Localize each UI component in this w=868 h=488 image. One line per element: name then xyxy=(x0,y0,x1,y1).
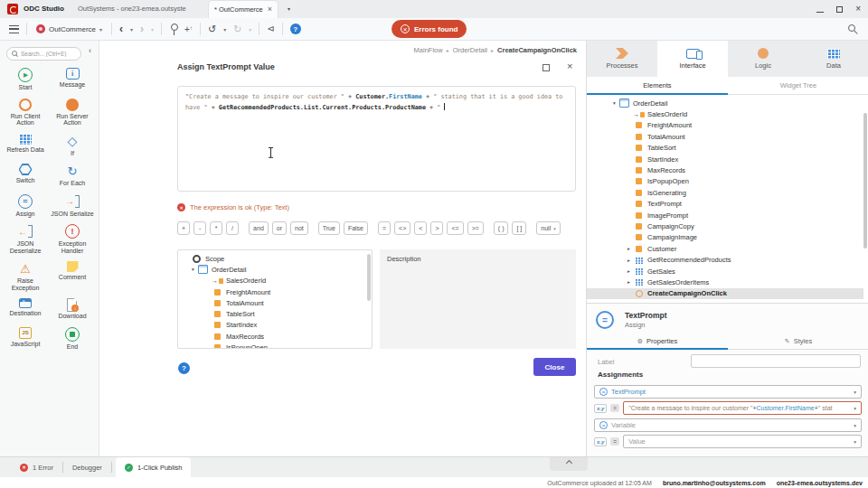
operator-button[interactable]: null xyxy=(536,221,560,235)
expand-arrow-icon[interactable]: ▸ xyxy=(625,268,633,274)
close-button[interactable]: Close xyxy=(533,358,576,376)
back-icon[interactable] xyxy=(119,23,123,34)
maximize-icon[interactable] xyxy=(836,6,843,13)
tree-item[interactable]: StartIndex xyxy=(587,154,863,164)
operator-button[interactable]: not xyxy=(290,221,308,235)
tree-item[interactable]: ▸ GetSalesOrderItems xyxy=(587,277,863,287)
scope-tree-item[interactable]: SalesOrderId xyxy=(178,276,372,286)
redo-history-caret-icon[interactable] xyxy=(249,26,251,33)
tab-processes[interactable]: Processes xyxy=(587,41,657,77)
tree-item[interactable]: TotalAmount xyxy=(587,131,863,142)
operator-button[interactable]: + xyxy=(177,221,190,235)
toolbox-item[interactable]: Run Server Action xyxy=(49,99,96,127)
tab-styles[interactable]: Styles xyxy=(728,333,868,349)
tree-scrollbar[interactable] xyxy=(863,113,867,249)
minimize-icon[interactable] xyxy=(816,6,824,13)
toolbox-item[interactable]: Switch xyxy=(2,164,49,187)
operator-button[interactable]: / xyxy=(226,221,239,235)
label-input[interactable] xyxy=(691,354,861,368)
toolbox-item[interactable]: If xyxy=(49,134,96,157)
toolbox-item[interactable]: Exception Handler xyxy=(49,224,96,254)
toolbox-item[interactable]: Start xyxy=(2,68,49,91)
toolbox-item[interactable]: For Each xyxy=(49,164,96,187)
expand-arrow-icon[interactable]: ▸ xyxy=(625,258,633,263)
tree-item[interactable]: FreightAmount xyxy=(587,120,863,131)
toolbox-item[interactable]: Refresh Data xyxy=(2,134,49,157)
value-placeholder-dropdown[interactable]: Value xyxy=(623,435,862,448)
feedback-icon[interactable] xyxy=(267,24,274,33)
tree-item[interactable]: IsGenerating xyxy=(587,187,863,198)
operator-button[interactable]: < xyxy=(414,221,427,235)
tree-item[interactable]: ▸ Customer xyxy=(587,243,863,254)
operator-button[interactable]: - xyxy=(193,221,206,235)
scope-tree-item[interactable]: StartIndex xyxy=(178,320,372,331)
operator-button[interactable]: [ ] xyxy=(512,221,526,235)
forward-history-caret-icon[interactable] xyxy=(151,26,154,33)
scope-scrollbar[interactable] xyxy=(367,254,371,301)
toolbox-item[interactable]: JavaScript xyxy=(2,327,49,351)
tree-item[interactable]: TextPrompt xyxy=(587,199,863,210)
one-click-publish-tab[interactable]: 1-Click Publish xyxy=(116,457,192,477)
scope-tree-item[interactable]: TotalAmount xyxy=(178,297,372,308)
expand-arrow-icon[interactable]: ▾ xyxy=(610,100,618,106)
operator-button[interactable]: >= xyxy=(467,221,484,235)
operator-button[interactable]: > xyxy=(430,221,443,235)
variable-placeholder-dropdown[interactable]: Variable xyxy=(594,418,862,432)
insert-icon[interactable] xyxy=(184,24,193,34)
tab-widget-tree[interactable]: Widget Tree xyxy=(728,77,868,94)
toolbox-item[interactable]: Run Client Action xyxy=(2,99,49,127)
tab-interface[interactable]: Interface xyxy=(657,41,728,77)
toolbox-item[interactable]: JSON Serialize xyxy=(49,194,96,218)
toolbox-item[interactable]: End xyxy=(49,327,96,351)
tree-item[interactable]: ▸ GetRecommendedProducts xyxy=(587,254,863,265)
tree-item[interactable]: CampaignCopy xyxy=(587,221,863,231)
tree-item[interactable]: CampaignImage xyxy=(587,232,863,243)
toolbox-item[interactable]: Destination xyxy=(2,298,49,320)
scope-tree-item[interactable]: FreightAmount xyxy=(178,286,372,297)
expand-arrow-icon[interactable]: ▾ xyxy=(189,267,197,272)
scope-tree-item[interactable]: IsPopupOpen xyxy=(178,342,372,349)
dialog-maximize-icon[interactable] xyxy=(542,64,550,71)
breadcrumb-item[interactable]: OrderDetail xyxy=(453,46,487,54)
tree-item[interactable]: CreateCampaignOnClick xyxy=(587,288,863,299)
expand-arrow-icon[interactable]: ▸ xyxy=(625,246,633,251)
operator-button[interactable]: ( ) xyxy=(494,221,509,235)
forward-icon[interactable] xyxy=(140,23,144,34)
operator-button[interactable]: True xyxy=(318,221,340,235)
breadcrumb-item[interactable]: MainFlow xyxy=(414,46,443,54)
operator-button[interactable]: or xyxy=(272,221,287,235)
tree-item[interactable]: ▸ GetSales xyxy=(587,266,863,277)
undo-history-caret-icon[interactable] xyxy=(223,26,226,33)
tab-elements[interactable]: Elements xyxy=(587,77,728,94)
tree-item[interactable]: IsPopupOpen xyxy=(587,176,863,187)
tab-properties[interactable]: Properties xyxy=(587,333,728,349)
tree-item[interactable]: TableSort xyxy=(587,143,863,154)
tab-logic[interactable]: Logic xyxy=(728,41,798,77)
breadcrumb-item-current[interactable]: CreateCampaignOnClick xyxy=(497,46,577,54)
tree-item[interactable]: SalesOrderId xyxy=(587,108,863,119)
tree-item[interactable]: ▾ OrderDetail xyxy=(587,98,863,108)
tab-data[interactable]: Data xyxy=(798,41,868,77)
menu-icon[interactable] xyxy=(9,25,19,33)
pin-icon[interactable] xyxy=(169,23,177,35)
scope-tree-item[interactable]: MaxRecords xyxy=(178,331,372,342)
help-icon[interactable]: ? xyxy=(290,23,301,34)
tab-environment[interactable]: OutSystems - one23-emea.outsyste xyxy=(78,0,206,18)
collapse-panel-button[interactable] xyxy=(550,457,588,471)
operator-button[interactable]: <> xyxy=(394,221,410,235)
value-expression-dropdown[interactable]: "Create a message to inspire our custome… xyxy=(623,401,862,415)
toolbox-item[interactable]: Raise Exception xyxy=(2,261,49,291)
toolbox-item[interactable]: Assign xyxy=(2,194,49,218)
operator-button[interactable]: <= xyxy=(447,221,463,235)
dialog-close-icon[interactable] xyxy=(567,61,572,71)
scope-tree-item[interactable]: TableSort xyxy=(178,308,372,319)
undo-icon[interactable] xyxy=(208,24,216,34)
debugger-tab[interactable]: Debugger xyxy=(63,457,111,477)
toolbox-search-input[interactable] xyxy=(21,51,75,57)
toolbox-item[interactable]: JSON Deserialize xyxy=(2,224,49,254)
operator-button[interactable]: and xyxy=(249,221,269,235)
dialog-help-icon[interactable]: ? xyxy=(178,362,190,374)
module-selector[interactable]: OutCommerce xyxy=(34,24,104,33)
operator-button[interactable]: = xyxy=(378,221,391,235)
close-window-icon[interactable] xyxy=(855,5,861,14)
